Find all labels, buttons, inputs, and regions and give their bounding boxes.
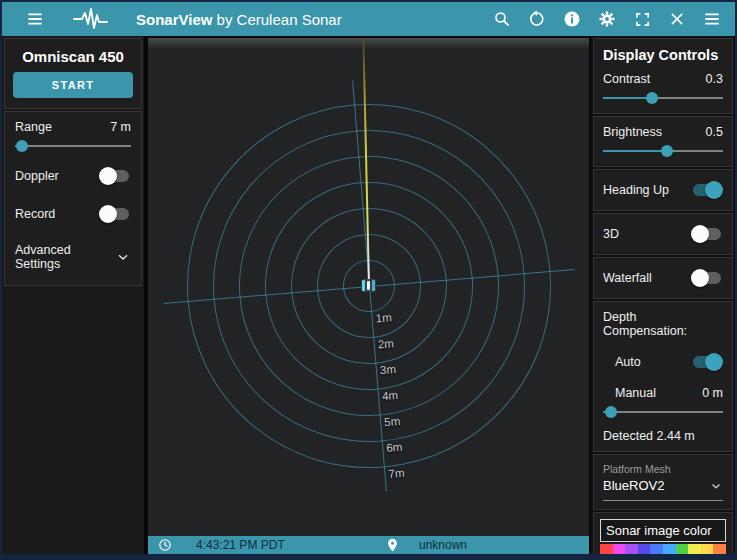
depth-auto-label: Auto: [615, 355, 641, 369]
color-swatch[interactable]: [713, 544, 726, 554]
color-swatch[interactable]: [625, 544, 638, 554]
contrast-label: Contrast: [603, 72, 650, 86]
contrast-slider-fill: [603, 97, 652, 99]
heading-up-section: Heading Up: [593, 169, 733, 211]
depth-manual-slider[interactable]: [603, 405, 723, 419]
waveform-logo-icon: [72, 6, 118, 32]
brightness-slider-fill: [603, 150, 667, 152]
color-swatch[interactable]: [638, 544, 651, 554]
rov-icon: [361, 279, 376, 292]
sonar-canvas[interactable]: 1m2m3m4m5m6m7m: [148, 38, 589, 536]
color-swatch[interactable]: [676, 544, 689, 554]
close-icon[interactable]: [666, 8, 688, 30]
depth-compensation-label: Depth Compensation:: [603, 310, 723, 338]
start-button[interactable]: START: [13, 72, 133, 98]
app-title-bold: SonarView: [136, 11, 212, 28]
depth-auto-row: Auto: [603, 350, 723, 374]
depth-manual-slider-thumb[interactable]: [605, 406, 617, 418]
contrast-slider[interactable]: [603, 91, 723, 105]
fullscreen-icon[interactable]: [631, 8, 653, 30]
sonar-color-section: Sonar image color: [593, 512, 733, 554]
device-title: Omniscan 450: [9, 48, 137, 65]
sonar-image-color-label: Sonar image color: [600, 519, 726, 542]
chevron-down-icon: [115, 249, 131, 265]
range-slider-thumb[interactable]: [16, 140, 28, 152]
contrast-section: Display Controls Contrast 0.3: [593, 38, 733, 114]
location-pin-icon: [385, 537, 400, 553]
search-icon[interactable]: [491, 8, 513, 30]
settings-gear-icon[interactable]: [596, 8, 618, 30]
device-panel: Omniscan 450 START Range 7 m Doppler Rec…: [2, 36, 144, 554]
platform-mesh-section: Platform Mesh BlueROV2: [593, 454, 733, 510]
advanced-settings-label: Advanced Settings: [15, 243, 115, 271]
brightness-value: 0.5: [706, 125, 723, 139]
doppler-label: Doppler: [15, 169, 59, 183]
doppler-toggle[interactable]: [99, 167, 131, 185]
heading-up-label: Heading Up: [603, 183, 669, 197]
range-slider-track: [15, 145, 131, 147]
display-controls-panel: Display Controls Contrast 0.3 Brightness…: [591, 36, 735, 554]
app-title-suffix: by Cerulean Sonar: [212, 11, 341, 28]
hamburger-menu-icon[interactable]: [24, 8, 46, 30]
depth-auto-toggle[interactable]: [691, 353, 723, 371]
color-swatch[interactable]: [600, 544, 613, 554]
three-d-label: 3D: [603, 227, 619, 241]
device-controls-section: Range 7 m Doppler Record Advanced Settin…: [4, 111, 142, 286]
depth-manual-slider-track: [603, 411, 723, 413]
color-swatch[interactable]: [613, 544, 626, 554]
advanced-settings-row[interactable]: Advanced Settings: [15, 243, 131, 271]
color-palette: [600, 544, 726, 554]
doppler-row: Doppler: [15, 167, 131, 185]
top-app-bar: SonarView by Cerulean Sonar: [2, 2, 735, 36]
depth-detected-text: Detected 2.44 m: [603, 429, 723, 443]
range-label: Range: [15, 120, 52, 134]
heading-up-toggle[interactable]: [691, 181, 723, 199]
overflow-menu-icon[interactable]: [701, 8, 723, 30]
contrast-row: Contrast 0.3: [603, 72, 723, 86]
toolbar-actions: [491, 8, 723, 30]
record-toggle[interactable]: [99, 205, 131, 223]
platform-mesh-value: BlueROV2: [603, 478, 664, 493]
contrast-value: 0.3: [706, 72, 723, 86]
color-swatch[interactable]: [688, 544, 701, 554]
app-title: SonarView by Cerulean Sonar: [136, 11, 342, 28]
color-swatch[interactable]: [650, 544, 663, 554]
refresh-icon[interactable]: [526, 8, 548, 30]
panel-title: Display Controls: [603, 47, 723, 63]
device-section: Omniscan 450 START: [4, 38, 142, 109]
depth-compensation-section: Depth Compensation: Auto Manual 0 m Dete…: [593, 301, 733, 452]
status-bar: 4:43:21 PM PDT unknown: [148, 536, 589, 554]
rov-left-thruster: [362, 280, 365, 291]
range-slider[interactable]: [15, 139, 131, 153]
info-icon[interactable]: [561, 8, 583, 30]
color-swatch[interactable]: [663, 544, 676, 554]
brightness-row: Brightness 0.5: [603, 125, 723, 139]
rov-body: [367, 281, 370, 290]
record-label: Record: [15, 207, 55, 221]
clock-icon: [158, 538, 172, 552]
contrast-slider-thumb[interactable]: [646, 92, 658, 104]
dropdown-chevron-icon: [709, 479, 723, 493]
depth-manual-value: 0 m: [702, 386, 723, 400]
waterfall-toggle[interactable]: [691, 269, 723, 287]
waterfall-label: Waterfall: [603, 271, 652, 285]
three-d-toggle[interactable]: [691, 225, 723, 243]
location-text: unknown: [419, 538, 467, 552]
time-text: 4:43:21 PM PDT: [196, 538, 285, 552]
range-ring-label: 7m: [388, 467, 405, 480]
rov-right-thruster: [372, 280, 375, 291]
three-d-section: 3D: [593, 213, 733, 255]
sonar-display: 1m2m3m4m5m6m7m 4:43:21 PM PDT unknown: [146, 36, 591, 554]
brightness-slider-thumb[interactable]: [661, 145, 673, 157]
waterfall-section: Waterfall: [593, 257, 733, 299]
depth-manual-label: Manual: [603, 386, 656, 400]
range-row: Range 7 m: [15, 120, 131, 134]
depth-manual-row: Manual 0 m: [603, 386, 723, 400]
range-value: 7 m: [110, 120, 131, 134]
color-swatch[interactable]: [701, 544, 714, 554]
brightness-label: Brightness: [603, 125, 662, 139]
platform-mesh-label: Platform Mesh: [603, 463, 723, 475]
platform-mesh-select[interactable]: BlueROV2: [603, 478, 723, 501]
app-window: SonarView by Cerulean Sonar: [2, 2, 735, 554]
brightness-slider[interactable]: [603, 144, 723, 158]
